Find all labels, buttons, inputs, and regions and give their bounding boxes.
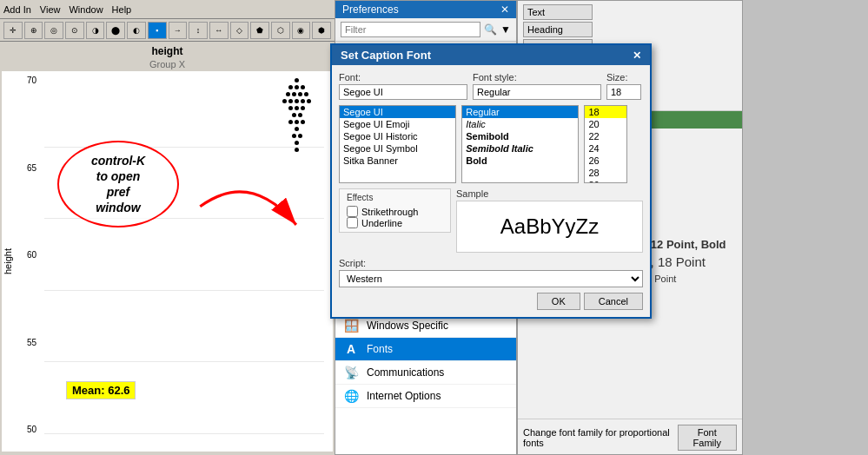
size-list-item-24[interactable]: 24 [585, 142, 626, 155]
effects-title: Effects [347, 193, 443, 202]
tb-btn-13[interactable]: ⬟ [250, 22, 269, 39]
y-tick-65: 65 [14, 163, 36, 173]
sample-box: AaBbYyZz [456, 201, 643, 253]
tb-btn-2[interactable]: ⊕ [24, 22, 43, 39]
filter-dropdown-icon[interactable]: ▼ [500, 23, 511, 36]
tb-btn-8[interactable]: ▪ [148, 22, 167, 39]
size-list-item-18[interactable]: 18 [585, 106, 626, 118]
toolbar-top: Add In View Window Help [0, 0, 335, 19]
data-dot [288, 85, 293, 89]
font-input[interactable] [339, 84, 467, 100]
data-dot [307, 99, 311, 103]
font-list-col: Segoe UI Segoe UI Emoji Segoe UI Histori… [339, 105, 456, 183]
dialog-bottom-row: Effects Strikethrough Underline Sample A… [339, 188, 643, 253]
toolbar-label4: Help [112, 4, 132, 15]
style-list-item-semibold[interactable]: Semibold [462, 130, 578, 142]
size-list-item-28[interactable]: 28 [585, 167, 626, 179]
tb-btn-3[interactable]: ◎ [44, 22, 63, 39]
style-list-item-regular[interactable]: Regular [462, 106, 578, 118]
style-list-item-bold[interactable]: Bold [462, 155, 578, 167]
font-family-btn[interactable]: Font Family [678, 425, 737, 451]
graph-title: height [0, 42, 335, 59]
y-tick-55: 55 [14, 338, 36, 347]
toolbar-label: Add In [3, 4, 31, 15]
pref-titlebar: Preferences ✕ [335, 1, 516, 18]
tb-btn-4[interactable]: ⊙ [65, 22, 84, 39]
data-dot [295, 148, 299, 152]
filter-input[interactable] [341, 22, 480, 37]
effects-col: Effects Strikethrough Underline [339, 188, 451, 253]
ok-button[interactable]: OK [537, 293, 580, 310]
data-dot [301, 85, 305, 89]
close-icon[interactable]: ✕ [500, 3, 509, 16]
effects-box: Effects Strikethrough Underline [339, 188, 451, 233]
size-list[interactable]: 18 20 22 24 26 28 36 [584, 105, 627, 183]
pref-item-communications[interactable]: 📡 Communications [335, 361, 516, 385]
tb-btn-15[interactable]: ◉ [292, 22, 311, 39]
underline-label: Underline [361, 218, 402, 228]
font-list-item[interactable]: Segoe UI [340, 106, 455, 118]
font-list-item[interactable]: Segoe UI Symbol [340, 142, 455, 155]
tb-btn-12[interactable]: ◇ [230, 22, 249, 39]
tb-btn-14[interactable]: ⬡ [271, 22, 290, 39]
graph-subtitle: Group X [0, 59, 335, 71]
tb-btn-7[interactable]: ◐ [127, 22, 146, 39]
tb-btn-5[interactable]: ◑ [86, 22, 105, 39]
data-dot [295, 106, 299, 110]
pref-item-fonts[interactable]: A Fonts [335, 338, 516, 361]
dialog-close-icon[interactable]: ✕ [633, 49, 641, 62]
tb-btn-16[interactable]: ⬢ [312, 22, 331, 39]
pref-item-label: Communications [367, 366, 444, 379]
size-list-item-20[interactable]: 20 [585, 118, 626, 130]
cancel-button[interactable]: Cancel [584, 293, 643, 310]
font-list-item[interactable]: Segoe UI Historic [340, 130, 455, 142]
script-label: Script: [339, 258, 643, 268]
size-list-item-22[interactable]: 22 [585, 130, 626, 142]
strikethrough-label: Strikethrough [361, 207, 418, 217]
strikethrough-row: Strikethrough [347, 206, 443, 217]
internet-icon: 🌐 [342, 387, 360, 405]
pref-item-internet[interactable]: 🌐 Internet Options [335, 385, 516, 408]
toolbar-label2: View [40, 4, 61, 15]
size-list-item-36[interactable]: 36 [585, 179, 626, 183]
dialog-labels-row: Font: Font style: Size: [339, 72, 643, 100]
style-list[interactable]: Regular Italic Semibold Semibold Italic … [461, 105, 579, 183]
dialog-ok-row: OK Cancel [339, 293, 643, 310]
data-dot [298, 92, 302, 96]
font-col: Font: [339, 72, 467, 100]
font-list[interactable]: Segoe UI Segoe UI Emoji Segoe UI Histori… [339, 105, 456, 183]
size-input[interactable] [606, 84, 641, 100]
size-label: Size: [606, 72, 643, 82]
y-axis: 70 65 60 55 50 [14, 71, 40, 452]
data-dot [286, 92, 290, 96]
strikethrough-checkbox[interactable] [347, 206, 358, 217]
fonts-icon: A [342, 340, 360, 358]
tb-btn-9[interactable]: → [169, 22, 188, 39]
underline-row: Underline [347, 217, 443, 228]
tb-btn-6[interactable]: ⬤ [106, 22, 125, 39]
data-dot [295, 141, 299, 145]
y-tick-70: 70 [14, 76, 36, 85]
data-dot [298, 113, 302, 117]
text-btn[interactable]: Text [523, 4, 593, 20]
style-input[interactable] [473, 84, 601, 100]
script-row: Script: Western [339, 258, 643, 287]
style-list-item-semibold-italic[interactable]: Semibold Italic [462, 142, 578, 155]
graph-area: Add In View Window Help ✛ ⊕ ◎ ⊙ ◑ ⬤ ◐ ▪ … [0, 0, 335, 455]
tb-btn-1[interactable]: ✛ [3, 22, 23, 39]
mean-label: Mean: 62.6 [66, 381, 136, 399]
underline-checkbox[interactable] [347, 217, 358, 228]
size-list-col: 18 20 22 24 26 28 36 [584, 105, 643, 183]
pref-item-label: Fonts [367, 343, 393, 355]
heading-btn[interactable]: Heading [523, 22, 593, 37]
tb-btn-10[interactable]: ↕ [189, 22, 208, 39]
data-dot [292, 134, 296, 138]
tb-btn-11[interactable]: ↔ [209, 22, 229, 39]
font-list-item[interactable]: Segoe UI Emoji [340, 118, 455, 130]
size-list-item-26[interactable]: 26 [585, 155, 626, 167]
toolbar-secondary: ✛ ⊕ ◎ ⊙ ◑ ⬤ ◐ ▪ → ↕ ↔ ◇ ⬟ ⬡ ◉ ⬢ [0, 19, 335, 42]
style-list-item-italic[interactable]: Italic [462, 118, 578, 130]
font-list-item[interactable]: Sitka Banner [340, 155, 455, 167]
script-select[interactable]: Western [339, 270, 643, 287]
graph-content: height 70 65 60 55 50 control-Kto openpr… [2, 71, 333, 452]
